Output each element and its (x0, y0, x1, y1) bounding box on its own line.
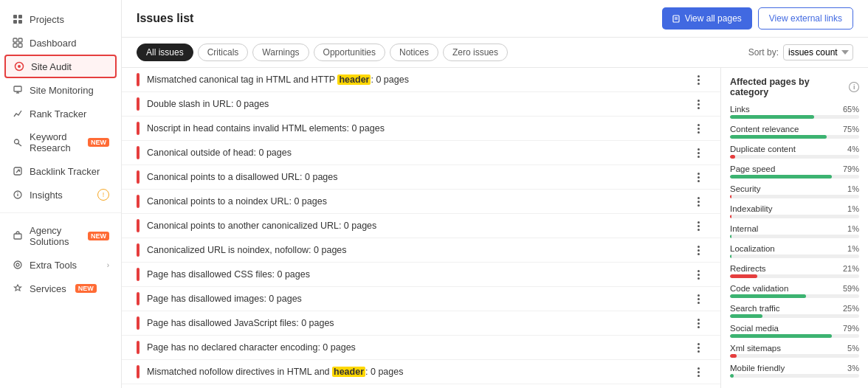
severity-indicator (137, 243, 140, 257)
svg-point-17 (17, 193, 18, 193)
sidebar-item-dashboard[interactable]: Dashboard (0, 31, 121, 55)
issue-menu-button[interactable] (691, 270, 706, 280)
category-row: Localization1% (730, 244, 859, 258)
sidebar-item-label: Rank Tracker (30, 108, 86, 119)
progress-fill (730, 334, 832, 338)
category-row: Search traffic25% (730, 304, 859, 318)
sidebar-item-site-monitoring[interactable]: Site Monitoring (0, 78, 121, 102)
insights-badge: ! (97, 189, 109, 201)
key-icon (12, 136, 24, 148)
filter-bar: All issues Criticals Warnings Opportunit… (122, 38, 868, 68)
sidebar-item-label: Site Audit (31, 61, 72, 72)
filter-tab-opportunities[interactable]: Opportunities (314, 44, 385, 61)
category-pct: 59% (843, 284, 859, 293)
sidebar-item-services[interactable]: Services NEW (0, 277, 121, 300)
category-label: Search traffic (730, 304, 780, 313)
table-row: Double slash in URL: 0 pages (122, 92, 720, 117)
category-label: Code validation (730, 284, 788, 293)
sidebar-item-label: Insights (30, 190, 63, 201)
issue-menu-button[interactable] (691, 148, 706, 158)
sort-select[interactable]: issues count alphabetical (783, 44, 853, 60)
dots-icon (698, 197, 700, 207)
view-all-pages-button[interactable]: View all pages (662, 7, 752, 30)
issue-menu-button[interactable] (691, 197, 706, 207)
sidebar-item-insights[interactable]: Insights ! (0, 183, 121, 207)
issue-menu-button[interactable] (691, 124, 706, 134)
progress-bar (730, 274, 859, 278)
svg-rect-10 (14, 86, 21, 91)
audit-icon (13, 60, 25, 72)
highlight-text: header (337, 75, 371, 85)
issue-menu-button[interactable] (691, 75, 706, 85)
agency-icon (12, 230, 24, 242)
issue-menu-button[interactable] (691, 173, 706, 182)
issue-menu-button[interactable] (691, 367, 706, 377)
insights-icon (12, 189, 24, 201)
view-external-links-button[interactable]: View external links (758, 7, 853, 30)
category-row: Internal1% (730, 224, 859, 238)
monitor-icon (12, 84, 24, 96)
svg-rect-18 (14, 234, 21, 239)
progress-bar (730, 354, 859, 358)
link-icon (12, 165, 24, 177)
table-row: Canonical points to a disallowed URL: 0 … (122, 165, 720, 190)
issue-text: Page has disallowed JavaScript files: 0 … (147, 318, 683, 328)
progress-bar (730, 115, 859, 119)
table-row: Canonicalized URL is noindex, nofollow: … (122, 238, 720, 263)
severity-indicator (137, 170, 140, 184)
issue-text: Canonical outside of head: 0 pages (147, 148, 683, 158)
category-pct: 1% (847, 204, 859, 213)
issue-text: Canonical points to a noindex URL: 0 pag… (147, 196, 683, 207)
sidebar-item-keyword-research[interactable]: Keyword Research NEW (0, 125, 121, 159)
sidebar: Projects Dashboard Site Audit Site Monit… (0, 0, 122, 388)
progress-fill (730, 195, 731, 198)
filter-tab-all[interactable]: All issues (137, 44, 193, 61)
info-icon[interactable]: i (849, 82, 859, 92)
svg-point-19 (16, 263, 19, 266)
dots-icon (698, 124, 700, 134)
sidebar-item-projects[interactable]: Projects (0, 7, 121, 31)
svg-point-13 (15, 139, 19, 144)
issue-menu-button[interactable] (691, 319, 706, 328)
severity-indicator (137, 122, 140, 135)
highlight-text: header (332, 367, 365, 377)
sidebar-item-extra-tools[interactable]: Extra Tools › (0, 253, 121, 277)
issues-list: Mismatched canonical tag in HTML and HTT… (122, 68, 720, 388)
table-row: Mismatched noindex directives in HTML an… (122, 384, 720, 388)
header-buttons: View all pages View external links (662, 7, 853, 30)
dashboard-icon (12, 37, 24, 49)
svg-rect-4 (13, 38, 17, 42)
progress-bar (730, 314, 859, 318)
dots-icon (698, 148, 700, 158)
progress-fill (730, 115, 814, 119)
issue-menu-button[interactable] (691, 343, 706, 353)
severity-indicator (137, 195, 140, 208)
category-row: Security1% (730, 184, 859, 198)
category-pct: 79% (843, 324, 859, 333)
filter-tab-criticals[interactable]: Criticals (198, 44, 249, 61)
filter-tab-zero[interactable]: Zero issues (443, 44, 508, 61)
table-row: Canonical outside of head: 0 pages (122, 141, 720, 165)
progress-bar (730, 195, 859, 198)
sidebar-item-agency-solutions[interactable]: Agency Solutions NEW (0, 219, 121, 253)
table-row: Mismatched nofollow directives in HTML a… (122, 360, 720, 384)
sidebar-item-backlink-tracker[interactable]: Backlink Tracker (0, 159, 121, 183)
issue-menu-button[interactable] (691, 221, 706, 231)
severity-indicator (137, 316, 140, 330)
dots-icon (698, 319, 700, 328)
table-row: Noscript in head contains invalid HTML e… (122, 117, 720, 141)
table-row: Canonical points to a noindex URL: 0 pag… (122, 190, 720, 214)
filter-tab-warnings[interactable]: Warnings (252, 44, 309, 61)
svg-rect-3 (18, 20, 22, 24)
sidebar-item-site-audit[interactable]: Site Audit (4, 55, 117, 78)
issue-menu-button[interactable] (691, 246, 706, 255)
sidebar-item-rank-tracker[interactable]: Rank Tracker (0, 102, 121, 125)
sidebar-item-label: Extra Tools (30, 260, 77, 271)
progress-fill (730, 294, 806, 298)
svg-rect-2 (13, 20, 17, 24)
severity-indicator (137, 365, 140, 378)
filter-tab-notices[interactable]: Notices (390, 44, 438, 61)
category-row: Content relevance75% (730, 125, 859, 139)
issue-menu-button[interactable] (691, 294, 706, 304)
issue-menu-button[interactable] (691, 100, 706, 109)
